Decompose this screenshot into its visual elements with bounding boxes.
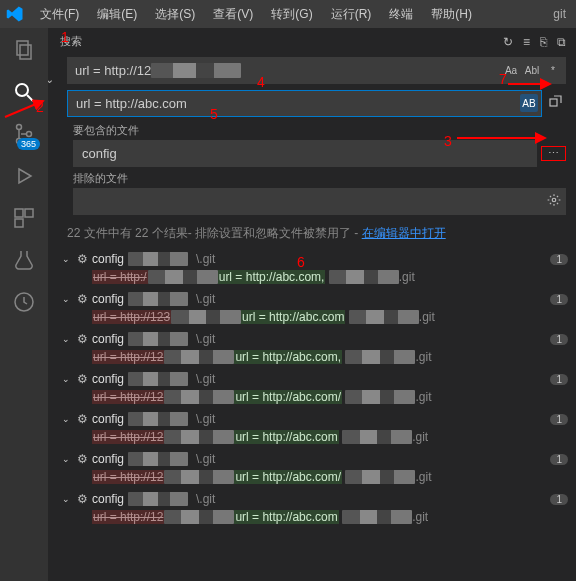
- activity-bar: 365: [0, 28, 48, 581]
- svg-line-3: [27, 95, 33, 101]
- clear-icon[interactable]: ≡: [523, 35, 530, 49]
- results-summary: 22 文件中有 22 个结果- 排除设置和忽略文件被禁用了 - 在编辑器中打开: [48, 221, 576, 248]
- result-file[interactable]: ⌄⚙configxxxxxx\.git1: [62, 450, 568, 468]
- svg-rect-12: [550, 99, 557, 106]
- menu-help[interactable]: 帮助(H): [423, 2, 480, 27]
- menu-terminal[interactable]: 终端: [381, 2, 421, 27]
- explorer-icon[interactable]: [10, 36, 38, 64]
- gear-icon: ⚙: [77, 412, 88, 426]
- match-case-icon[interactable]: Aa: [502, 61, 520, 79]
- menu-run[interactable]: 运行(R): [323, 2, 380, 27]
- gear-icon: ⚙: [77, 252, 88, 266]
- match-count-badge: 1: [550, 294, 568, 305]
- search-icon[interactable]: [10, 78, 38, 106]
- result-file[interactable]: ⌄⚙configxxxxxx\.git1: [62, 410, 568, 428]
- svg-marker-7: [19, 169, 31, 183]
- svg-rect-9: [25, 209, 33, 217]
- menu-view[interactable]: 查看(V): [205, 2, 261, 27]
- result-file[interactable]: ⌄⚙configxxxxxx\.git1: [62, 490, 568, 508]
- match-count-badge: 1: [550, 254, 568, 265]
- match-count-badge: 1: [550, 454, 568, 465]
- panel-title: 搜索: [60, 34, 82, 49]
- result-line[interactable]: url = http://12xxxxxxxurl = http://abc.c…: [62, 508, 568, 526]
- svg-rect-8: [15, 209, 23, 217]
- new-file-icon[interactable]: ⎘: [540, 35, 547, 49]
- gear-icon: ⚙: [77, 332, 88, 346]
- include-input[interactable]: [73, 140, 537, 167]
- menu-goto[interactable]: 转到(G): [263, 2, 320, 27]
- svg-rect-10: [15, 219, 23, 227]
- result-file[interactable]: ⌄⚙configxxxxxx\.git1: [62, 250, 568, 268]
- include-label: 要包含的文件: [73, 123, 566, 138]
- gear-icon: ⚙: [77, 492, 88, 506]
- svg-point-2: [16, 84, 28, 96]
- menu-edit[interactable]: 编辑(E): [89, 2, 145, 27]
- vscode-logo-icon: [6, 5, 24, 23]
- result-line[interactable]: url = http:/xxxxxxxurl = http://abc.com,…: [62, 268, 568, 286]
- replace-input[interactable]: [67, 90, 542, 117]
- result-line[interactable]: url = http://12xxxxxxxurl = http://abc.c…: [62, 388, 568, 406]
- menu-select[interactable]: 选择(S): [147, 2, 203, 27]
- svg-point-13: [552, 198, 556, 202]
- menubar: 文件(F) 编辑(E) 选择(S) 查看(V) 转到(G) 运行(R) 终端 帮…: [0, 0, 576, 28]
- run-debug-icon[interactable]: [10, 162, 38, 190]
- match-count-badge: 1: [550, 374, 568, 385]
- match-count-badge: 1: [550, 494, 568, 505]
- gear-icon: ⚙: [77, 372, 88, 386]
- preserve-case-icon[interactable]: AB: [520, 94, 538, 112]
- svg-point-6: [27, 132, 32, 137]
- result-file[interactable]: ⌄⚙configxxxxxx\.git1: [62, 290, 568, 308]
- whole-word-icon[interactable]: Abl: [523, 61, 541, 79]
- extensions-icon[interactable]: [10, 204, 38, 232]
- match-count-badge: 1: [550, 414, 568, 425]
- result-line[interactable]: url = http://12xxxxxxxurl = http://abc.c…: [62, 468, 568, 486]
- gear-icon: ⚙: [77, 452, 88, 466]
- scm-badge: 365: [17, 138, 40, 150]
- result-line[interactable]: url = http://12xxxxxxxurl = http://abc.c…: [62, 348, 568, 366]
- collapse-icon[interactable]: ⧉: [557, 35, 566, 49]
- gear-icon: ⚙: [77, 292, 88, 306]
- window-title: git: [553, 7, 570, 21]
- source-control-icon[interactable]: 365: [10, 120, 38, 148]
- exclude-label: 排除的文件: [73, 171, 566, 186]
- toggle-replace-icon[interactable]: ⌄: [48, 73, 54, 86]
- result-line[interactable]: url = http://123xxxxxxxurl = http://abc.…: [62, 308, 568, 326]
- use-gitignore-icon[interactable]: [547, 193, 561, 210]
- open-in-editor-link[interactable]: 在编辑器中打开: [362, 226, 446, 240]
- menu-file[interactable]: 文件(F): [32, 2, 87, 27]
- result-line[interactable]: url = http://12xxxxxxxurl = http://abc.c…: [62, 428, 568, 446]
- more-options-icon[interactable]: ⋯: [541, 146, 566, 161]
- result-file[interactable]: ⌄⚙configxxxxxx\.git1: [62, 330, 568, 348]
- testing-icon[interactable]: [10, 246, 38, 274]
- svg-point-4: [17, 125, 22, 130]
- svg-rect-1: [20, 45, 31, 59]
- search-input[interactable]: [67, 57, 566, 84]
- refresh-icon[interactable]: ↻: [503, 35, 513, 49]
- match-count-badge: 1: [550, 334, 568, 345]
- timeline-icon[interactable]: [10, 288, 38, 316]
- result-file[interactable]: ⌄⚙configxxxxxx\.git1: [62, 370, 568, 388]
- regex-icon[interactable]: *: [544, 61, 562, 79]
- exclude-input[interactable]: [73, 188, 566, 215]
- results-tree[interactable]: ⌄⚙configxxxxxx\.git1url = http:/xxxxxxxu…: [48, 248, 576, 581]
- search-panel: 搜索 ↻ ≡ ⎘ ⧉ ⌄ url = http://12xxxxxxxxxxx …: [48, 28, 576, 581]
- replace-all-icon[interactable]: [548, 93, 564, 112]
- svg-rect-0: [17, 41, 28, 55]
